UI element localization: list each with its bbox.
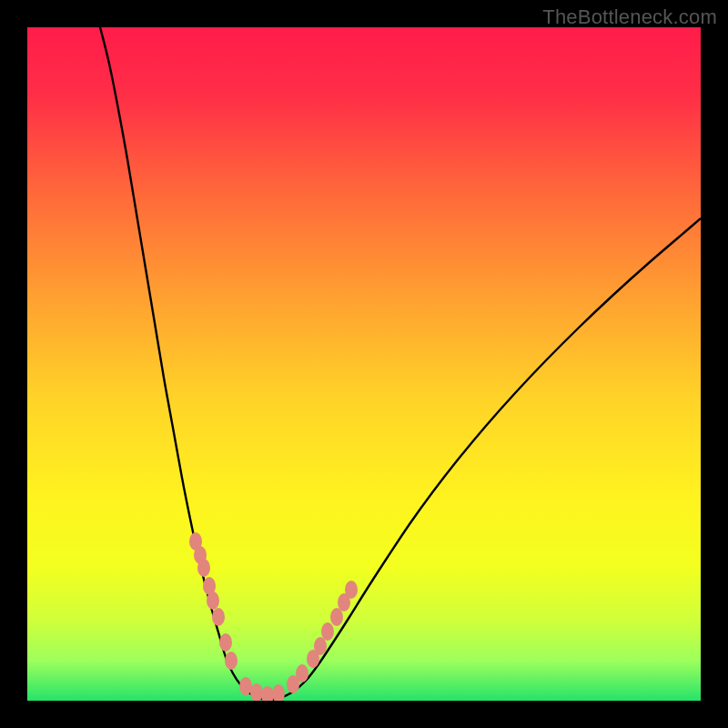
plot-area xyxy=(27,27,701,701)
scatter-dot xyxy=(225,652,238,670)
bottleneck-curve xyxy=(100,27,701,700)
curve-right-branch xyxy=(269,218,701,700)
outer-frame: TheBottleneck.com xyxy=(0,0,728,728)
scatter-dot xyxy=(250,683,263,701)
scatter-dot xyxy=(321,622,334,641)
scatter-dot xyxy=(197,559,210,577)
scatter-dot xyxy=(330,608,343,626)
scatter-dot xyxy=(219,633,232,652)
curve-layer xyxy=(27,27,701,701)
curve-left-branch xyxy=(100,27,269,700)
scatter-dot xyxy=(261,686,274,701)
scatter-dot xyxy=(296,664,308,682)
scatter-dot xyxy=(212,608,225,626)
scatter-dot xyxy=(239,677,252,695)
watermark-text: TheBottleneck.com xyxy=(542,5,717,29)
scatter-dot xyxy=(345,581,358,599)
scatter-dots xyxy=(189,532,358,701)
scatter-dot xyxy=(207,592,219,610)
scatter-dot xyxy=(272,684,285,701)
scatter-dot xyxy=(314,637,327,655)
